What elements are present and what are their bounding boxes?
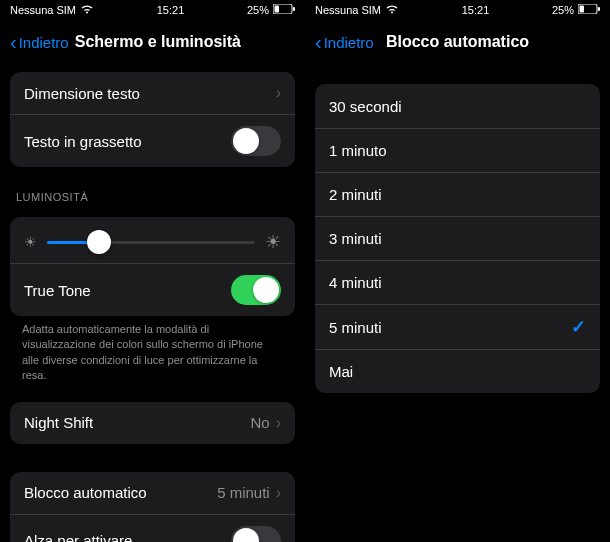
phone-left: Nessuna SIM 15:21 25% ‹ Indietro Schermo… (0, 0, 305, 542)
bold-text-label: Testo in grassetto (24, 133, 142, 150)
status-bar: Nessuna SIM 15:21 25% (0, 0, 305, 20)
auto-lock-option[interactable]: 5 minuti✓ (315, 304, 600, 349)
bold-text-row[interactable]: Testo in grassetto (10, 114, 295, 167)
svg-rect-4 (580, 6, 585, 13)
nav-bar: ‹ Indietro Schermo e luminosità (0, 20, 305, 64)
svg-rect-2 (293, 7, 295, 11)
option-label: 1 minuto (329, 142, 387, 159)
chevron-right-icon: › (276, 414, 281, 432)
text-size-label: Dimensione testo (24, 85, 140, 102)
back-button[interactable]: ‹ Indietro (10, 32, 69, 52)
checkmark-icon: ✓ (571, 316, 586, 338)
night-shift-row[interactable]: Night Shift No › (10, 402, 295, 444)
true-tone-row[interactable]: True Tone (10, 263, 295, 316)
night-shift-value: No (250, 414, 269, 431)
back-label: Indietro (19, 34, 69, 51)
options-content[interactable]: 30 secondi1 minuto2 minuti3 minuti4 minu… (305, 64, 610, 542)
brightness-high-icon: ☀ (265, 231, 281, 253)
auto-lock-option[interactable]: 1 minuto (315, 128, 600, 172)
auto-lock-label: Blocco automatico (24, 484, 147, 501)
nav-bar: ‹ Indietro Blocco automatico (305, 20, 610, 64)
option-label: 2 minuti (329, 186, 382, 203)
true-tone-toggle[interactable] (231, 275, 281, 305)
svg-rect-1 (275, 6, 280, 13)
raise-to-wake-label: Alza per attivare (24, 532, 132, 542)
auto-lock-option[interactable]: 4 minuti (315, 260, 600, 304)
time-text: 15:21 (157, 4, 185, 16)
carrier-text: Nessuna SIM (10, 4, 76, 16)
text-group: Dimensione testo › Testo in grassetto (10, 72, 295, 167)
auto-lock-options: 30 secondi1 minuto2 minuti3 minuti4 minu… (315, 84, 600, 393)
lock-group: Blocco automatico 5 minuti › Alza per at… (10, 472, 295, 542)
auto-lock-option[interactable]: 3 minuti (315, 216, 600, 260)
raise-to-wake-row[interactable]: Alza per attivare (10, 514, 295, 542)
battery-text: 25% (552, 4, 574, 16)
true-tone-description: Adatta automaticamente la modalità di vi… (0, 316, 305, 388)
auto-lock-option[interactable]: 30 secondi (315, 84, 600, 128)
settings-content[interactable]: Dimensione testo › Testo in grassetto LU… (0, 64, 305, 542)
auto-lock-value: 5 minuti (217, 484, 270, 501)
page-title: Blocco automatico (386, 33, 529, 51)
chevron-left-icon: ‹ (315, 32, 322, 52)
chevron-left-icon: ‹ (10, 32, 17, 52)
auto-lock-row[interactable]: Blocco automatico 5 minuti › (10, 472, 295, 514)
chevron-right-icon: › (276, 84, 281, 102)
battery-icon (578, 4, 600, 16)
wifi-icon (80, 4, 94, 16)
battery-icon (273, 4, 295, 16)
battery-text: 25% (247, 4, 269, 16)
wifi-icon (385, 4, 399, 16)
back-button[interactable]: ‹ Indietro (315, 32, 374, 52)
phone-right: Nessuna SIM 15:21 25% ‹ Indietro Blocco … (305, 0, 610, 542)
carrier-text: Nessuna SIM (315, 4, 381, 16)
auto-lock-option[interactable]: Mai (315, 349, 600, 393)
text-size-row[interactable]: Dimensione testo › (10, 72, 295, 114)
option-label: Mai (329, 363, 353, 380)
night-shift-label: Night Shift (24, 414, 93, 431)
true-tone-label: True Tone (24, 282, 91, 299)
bold-text-toggle[interactable] (231, 126, 281, 156)
brightness-slider[interactable] (47, 241, 255, 244)
brightness-low-icon: ☀ (24, 234, 37, 250)
option-label: 5 minuti (329, 319, 382, 336)
status-bar: Nessuna SIM 15:21 25% (305, 0, 610, 20)
option-label: 3 minuti (329, 230, 382, 247)
auto-lock-option[interactable]: 2 minuti (315, 172, 600, 216)
svg-rect-5 (598, 7, 600, 11)
time-text: 15:21 (462, 4, 490, 16)
chevron-right-icon: › (276, 484, 281, 502)
brightness-group: ☀ ☀ True Tone (10, 217, 295, 316)
night-shift-group: Night Shift No › (10, 402, 295, 444)
raise-to-wake-toggle[interactable] (231, 526, 281, 542)
option-label: 4 minuti (329, 274, 382, 291)
back-label: Indietro (324, 34, 374, 51)
brightness-header: LUMINOSITÀ (0, 167, 305, 209)
brightness-slider-row: ☀ ☀ (10, 217, 295, 263)
option-label: 30 secondi (329, 98, 402, 115)
page-title: Schermo e luminosità (75, 33, 241, 51)
